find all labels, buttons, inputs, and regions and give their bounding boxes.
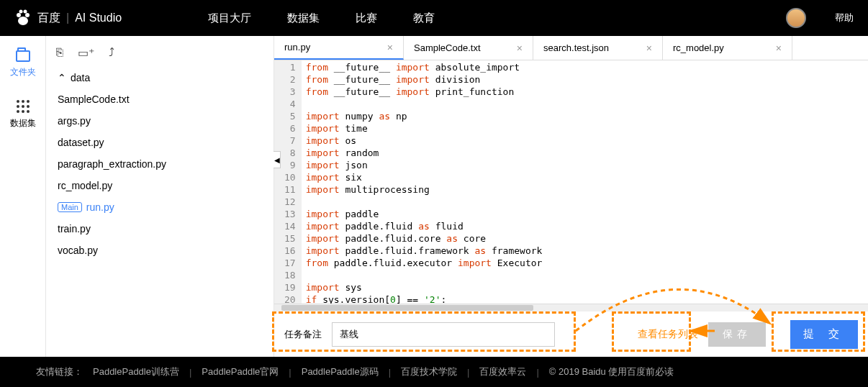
upload-icon[interactable]: ⤴ [109, 46, 114, 60]
nav-education[interactable]: 教育 [413, 12, 435, 25]
tab-run-py[interactable]: run.py× [274, 36, 404, 60]
main: 文件夹 数据集 ⎘ ▭⁺ ⤴ ⌃data SampleCode.txt args… [0, 36, 868, 357]
tree-file[interactable]: vocab.py [53, 240, 266, 261]
logo[interactable]: 百度 | AI Studio [14, 9, 122, 27]
file-tree: ⌃data SampleCode.txt args.py dataset.py … [46, 67, 273, 261]
close-icon[interactable]: × [387, 42, 393, 53]
rail-files-label: 文件夹 [10, 66, 36, 78]
task-note-input[interactable] [332, 322, 555, 347]
footer-copyright: © 2019 Baidu 使用百度前必读 [549, 365, 674, 378]
close-icon[interactable]: × [517, 42, 523, 54]
task-note-label: 任务备注 [284, 328, 322, 341]
brand-sub: AI Studio [75, 12, 122, 24]
editor-tabs: run.py× SampleCode.txt× search.test.json… [274, 36, 868, 60]
line-gutter: 123456789101112131415161718192021222324 [274, 60, 302, 304]
scrollbar-thumb[interactable] [281, 305, 533, 311]
svg-point-3 [24, 10, 27, 14]
main-badge: Main [58, 202, 82, 212]
footer-link[interactable]: PaddlePaddle官网 [202, 365, 279, 378]
tab-rc-model[interactable]: rc_model.py× [663, 36, 792, 60]
tree-file[interactable]: paragraph_extraction.py [53, 153, 266, 175]
footer-label: 友情链接： [36, 365, 83, 378]
rail-dataset-label: 数据集 [10, 117, 36, 129]
nav-competitions[interactable]: 比赛 [356, 12, 377, 25]
tree-folder-label: data [71, 72, 90, 83]
close-icon[interactable]: × [776, 42, 782, 54]
rail-dataset[interactable]: 数据集 [10, 100, 36, 129]
collapse-sidebar-handle[interactable]: ◀ [273, 151, 281, 168]
tree-file-main[interactable]: Mainrun.py [53, 196, 266, 218]
sidebar-tools: ⎘ ▭⁺ ⤴ [46, 43, 273, 67]
rail-files[interactable]: 文件夹 [10, 50, 36, 78]
save-button[interactable]: 保存 [708, 322, 766, 347]
close-icon[interactable]: × [646, 42, 652, 54]
view-tasks-link[interactable]: 查看任务列表 [638, 328, 698, 341]
top-nav: 项目大厅 数据集 比赛 教育 [208, 12, 435, 25]
footer-link[interactable]: 百度效率云 [479, 365, 526, 378]
tree-file[interactable]: rc_model.py [53, 175, 266, 196]
svg-point-4 [18, 17, 28, 25]
code-area[interactable]: 123456789101112131415161718192021222324 … [274, 60, 868, 304]
nav-datasets[interactable]: 数据集 [287, 12, 320, 25]
footer-link[interactable]: 百度技术学院 [401, 365, 457, 378]
h-scrollbar[interactable] [274, 304, 868, 311]
header-right: 帮助 [786, 8, 854, 28]
new-file-icon[interactable]: ⎘ [56, 46, 63, 60]
code-content[interactable]: from __future__ import absolute_importfr… [302, 60, 547, 304]
new-folder-icon[interactable]: ▭⁺ [78, 46, 94, 60]
chevron-down-icon: ⌃ [58, 72, 66, 83]
editor: ◀ run.py× SampleCode.txt× search.test.js… [273, 36, 868, 357]
tree-file[interactable]: SampleCode.txt [53, 88, 266, 110]
tree-file[interactable]: train.py [53, 218, 266, 240]
footer-link[interactable]: PaddlePaddle源码 [302, 365, 379, 378]
svg-point-0 [17, 13, 21, 17]
left-rail: 文件夹 数据集 [0, 36, 46, 357]
file-sidebar: ⎘ ▭⁺ ⤴ ⌃data SampleCode.txt args.py data… [46, 36, 273, 357]
folder-icon [16, 50, 30, 62]
footer-link[interactable]: PaddlePaddle训练营 [93, 365, 179, 378]
avatar[interactable] [786, 8, 806, 28]
svg-point-2 [19, 10, 23, 14]
tree-file[interactable]: args.py [53, 110, 266, 132]
nav-projects[interactable]: 项目大厅 [208, 12, 251, 25]
footer: 友情链接： PaddlePaddle训练营| PaddlePaddle官网| P… [0, 357, 868, 387]
baidu-logo-icon [14, 9, 32, 27]
svg-point-1 [25, 13, 30, 17]
tab-samplecode[interactable]: SampleCode.txt× [404, 36, 533, 60]
submit-button[interactable]: 提 交 [790, 320, 858, 349]
brand-divider: | [66, 12, 69, 24]
brand-cn: 百度 [37, 11, 60, 26]
tree-file[interactable]: dataset.py [53, 132, 266, 153]
top-header: 百度 | AI Studio 项目大厅 数据集 比赛 教育 帮助 [0, 0, 868, 36]
bottom-bar: 任务备注 查看任务列表 保存 提 交 [274, 311, 868, 357]
dataset-icon [17, 100, 30, 113]
tab-search-json[interactable]: search.test.json× [533, 36, 663, 60]
tree-folder-data[interactable]: ⌃data [53, 67, 266, 88]
help-link[interactable]: 帮助 [835, 12, 854, 24]
